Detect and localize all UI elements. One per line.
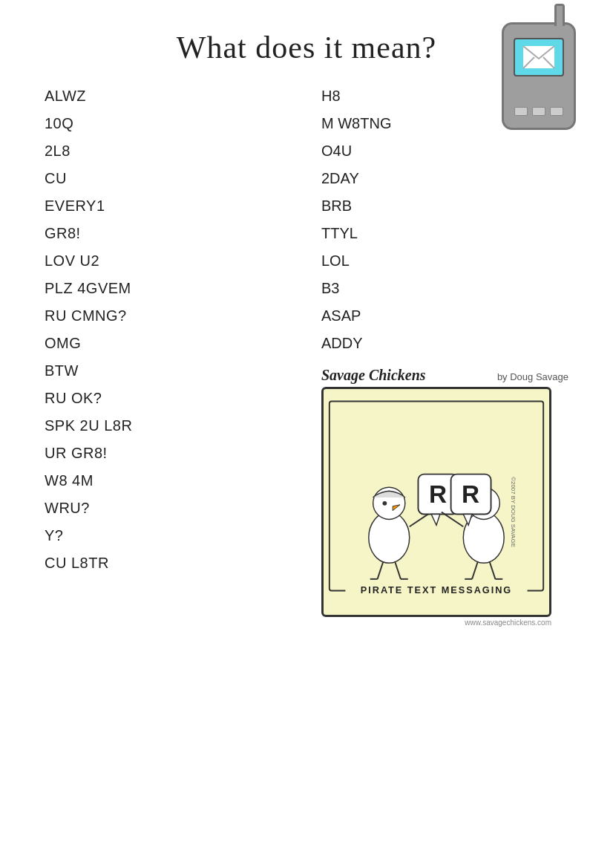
- left-abbr-item: EVERY1: [45, 198, 292, 215]
- svg-text:R: R: [462, 480, 479, 508]
- left-abbr-item: RU CMNG?: [45, 307, 292, 324]
- comic-byline: Savage Chickens by Doug Savage: [321, 367, 568, 384]
- left-abbr-item: PLZ 4GVEM: [45, 280, 292, 297]
- right-abbr-item: O4U: [321, 143, 568, 160]
- svg-point-7: [382, 501, 387, 506]
- comic-image-box: R: [321, 387, 551, 617]
- svg-text:PIRATE TEXT MESSAGING: PIRATE TEXT MESSAGING: [361, 584, 512, 595]
- content-area: ALWZ10Q2L8CUEVERY1GR8!LOV U2PLZ 4GVEMRU …: [45, 88, 568, 627]
- right-abbr-item: B3: [321, 280, 568, 297]
- comic-title: Savage Chickens: [321, 367, 426, 384]
- comic-svg: R: [324, 389, 549, 606]
- left-abbr-item: RU OK?: [45, 390, 292, 407]
- left-abbr-item: Y?: [45, 527, 292, 544]
- comic-author: by Doug Savage: [497, 371, 568, 382]
- left-abbr-item: ALWZ: [45, 88, 292, 105]
- left-column: ALWZ10Q2L8CUEVERY1GR8!LOV U2PLZ 4GVEMRU …: [45, 88, 306, 627]
- page: What does it mean? ALWZ10Q2L8CUEVERY1GR8…: [0, 0, 613, 868]
- phone-btn-2: [532, 107, 545, 116]
- page-title: What does it mean?: [45, 30, 568, 65]
- left-abbr-item: UR GR8!: [45, 445, 292, 462]
- left-abbr-item: CU: [45, 170, 292, 187]
- phone-screen: [514, 38, 564, 76]
- phone-btn-3: [550, 107, 563, 116]
- right-abbr-item: LOL: [321, 252, 568, 270]
- left-abbr-item: 10Q: [45, 115, 292, 132]
- svg-text:R: R: [429, 480, 447, 508]
- phone-body: [502, 22, 576, 130]
- left-abbr-item: W8 4M: [45, 472, 292, 489]
- right-abbr-item: ASAP: [321, 307, 568, 324]
- left-abbr-item: GR8!: [45, 225, 292, 242]
- comic-website: www.savagechickens.com: [321, 619, 551, 627]
- left-abbr-item: LOV U2: [45, 252, 292, 270]
- envelope-icon: [522, 45, 555, 69]
- phone-antenna: [554, 4, 565, 26]
- right-abbr-item: TTYL: [321, 225, 568, 242]
- phone-buttons: [514, 107, 563, 116]
- right-abbr-item: 2DAY: [321, 170, 568, 187]
- right-abbr-item: BRB: [321, 198, 568, 215]
- right-column: H8M W8TNGO4U2DAYBRBTTYLLOLB3ASAPADDY Sav…: [306, 88, 568, 627]
- phone-btn-1: [514, 107, 528, 116]
- comic-section: Savage Chickens by Doug Savage: [321, 367, 568, 627]
- left-abbr-item: CU L8TR: [45, 555, 292, 572]
- left-abbr-item: SPK 2U L8R: [45, 417, 292, 434]
- left-abbr-item: WRU?: [45, 500, 292, 517]
- left-abbr-item: OMG: [45, 335, 292, 352]
- phone-illustration: [494, 22, 583, 141]
- right-abbr-item: ADDY: [321, 335, 568, 352]
- svg-text:©2007 BY DOUG SAVAGE: ©2007 BY DOUG SAVAGE: [510, 477, 517, 547]
- left-abbr-item: 2L8: [45, 143, 292, 160]
- left-abbr-item: BTW: [45, 362, 292, 379]
